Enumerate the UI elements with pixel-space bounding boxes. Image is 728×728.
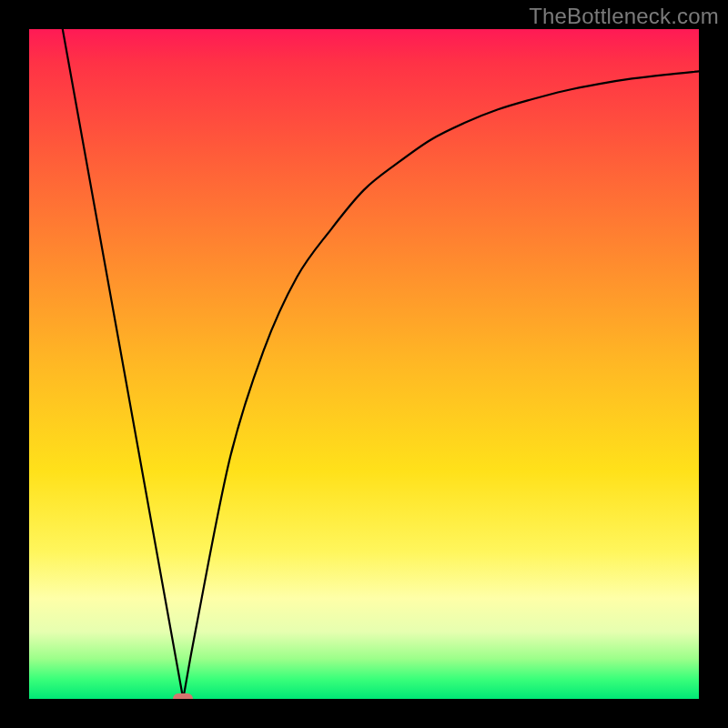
plot-area [29,29,699,699]
optimal-point-marker [173,693,193,699]
watermark-text: TheBottleneck.com [529,4,719,29]
bottleneck-curve [29,29,699,699]
chart-frame: TheBottleneck.com [0,0,728,728]
